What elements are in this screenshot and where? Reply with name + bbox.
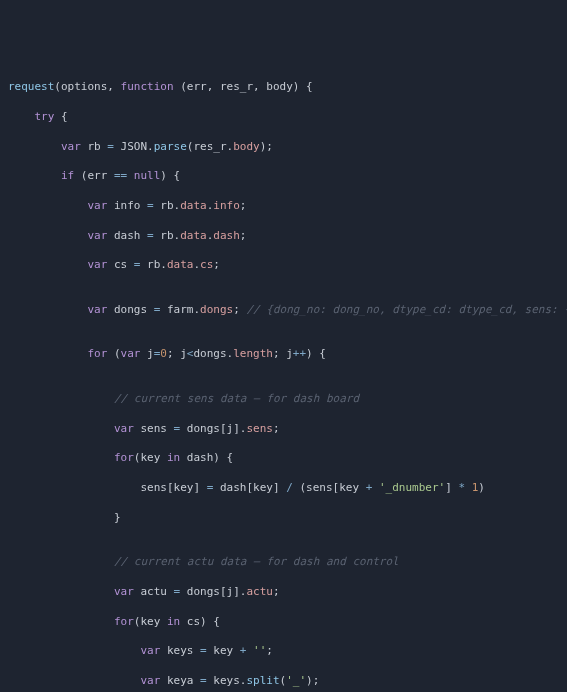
code-line: var keya = keys.split('_'); [8,674,559,689]
code-editor[interactable]: request(options, function (err, res_r, b… [8,65,559,692]
code-line: // current actu data – for dash and cont… [8,555,559,570]
code-line: var dongs = farm.dongs; // {dong_no: don… [8,303,559,318]
code-line: var keys = key + ''; [8,644,559,659]
code-line: sens[key] = dash[key] / (sens[key + '_dn… [8,481,559,496]
code-line: for (var j=0; j<dongs.length; j++) { [8,347,559,362]
code-line: var cs = rb.data.cs; [8,258,559,273]
code-line: // current sens data – for dash board [8,392,559,407]
code-line: if (err == null) { [8,169,559,184]
code-line: var rb = JSON.parse(res_r.body); [8,140,559,155]
code-line: var actu = dongs[j].actu; [8,585,559,600]
code-line: var info = rb.data.info; [8,199,559,214]
code-line: var dash = rb.data.dash; [8,229,559,244]
code-line: request(options, function (err, res_r, b… [8,80,559,95]
code-line: try { [8,110,559,125]
code-line: for(key in dash) { [8,451,559,466]
code-line: for(key in cs) { [8,615,559,630]
code-line: var sens = dongs[j].sens; [8,422,559,437]
code-line: } [8,511,559,526]
